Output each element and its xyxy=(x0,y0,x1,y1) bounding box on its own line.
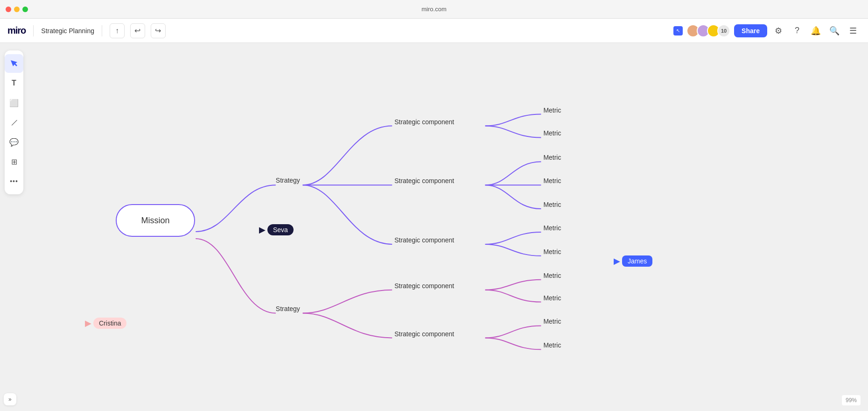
line-tool[interactable]: — xyxy=(5,113,23,132)
miro-logo: miro xyxy=(7,25,26,36)
canvas[interactable]: Strategy Strategy Strategic component St… xyxy=(0,43,868,411)
board-title[interactable]: Strategic Planning xyxy=(41,27,94,35)
title-bar: miro.com xyxy=(0,0,868,19)
svg-text:Metric: Metric xyxy=(543,201,561,208)
settings-icon[interactable]: ⚙ xyxy=(771,23,786,38)
toolbar-right: ↖ 10 Share ⚙ ? 🔔 🔍 ☰ xyxy=(673,23,861,38)
share-button[interactable]: Share xyxy=(734,24,767,37)
redo-button[interactable]: ↪ xyxy=(151,23,166,38)
text-tool[interactable]: T xyxy=(5,74,23,92)
export-button[interactable]: ↑ xyxy=(110,23,125,38)
svg-text:Metric: Metric xyxy=(543,154,561,161)
svg-text:Metric: Metric xyxy=(543,318,561,325)
svg-text:Metric: Metric xyxy=(543,129,561,137)
minimize-button[interactable] xyxy=(14,7,20,12)
zoom-level: 99% xyxy=(846,397,857,404)
mission-label: Mission xyxy=(141,216,169,226)
svg-text:Strategy: Strategy xyxy=(276,177,300,184)
zoom-indicator: 99% xyxy=(842,395,861,405)
more-tools[interactable]: ••• xyxy=(5,172,23,191)
select-tool[interactable] xyxy=(5,54,23,73)
avatar-count: 10 xyxy=(717,24,730,37)
left-sidebar: T ⬜ — 💬 ⊞ ••• xyxy=(0,43,28,411)
help-icon[interactable]: ? xyxy=(790,23,805,38)
james-cursor: ▶ James xyxy=(614,255,652,267)
undo-button[interactable]: ↩ xyxy=(130,23,145,38)
panel-icon[interactable]: ☰ xyxy=(846,23,861,38)
svg-text:Strategic component: Strategic component xyxy=(394,177,454,184)
follow-cursor-icon[interactable]: ↖ xyxy=(673,26,683,35)
maximize-button[interactable] xyxy=(22,7,28,12)
svg-text:Metric: Metric xyxy=(543,177,561,184)
toolbar-divider2 xyxy=(102,25,102,36)
notifications-icon[interactable]: 🔔 xyxy=(808,23,823,38)
search-icon[interactable]: 🔍 xyxy=(827,23,842,38)
cristina-label: Cristina xyxy=(93,318,126,329)
james-label: James xyxy=(622,255,652,267)
seva-cursor: ▶ Seva xyxy=(259,224,294,235)
toolbar-left: miro Strategic Planning ↑ ↩ ↪ xyxy=(7,23,166,38)
seva-label: Seva xyxy=(267,224,294,235)
cristina-cursor: ▶ Cristina xyxy=(85,318,126,329)
svg-text:Metric: Metric xyxy=(543,272,561,279)
svg-text:Strategic component: Strategic component xyxy=(394,330,454,338)
frame-tool[interactable]: ⊞ xyxy=(5,152,23,171)
collaborator-avatars: 10 xyxy=(686,24,730,37)
svg-text:Strategic component: Strategic component xyxy=(394,282,454,290)
main-toolbar: miro Strategic Planning ↑ ↩ ↪ ↖ 10 Share… xyxy=(0,19,868,43)
svg-text:Metric: Metric xyxy=(543,294,561,302)
toolbar-divider xyxy=(33,25,34,36)
sticky-tool[interactable]: ⬜ xyxy=(5,93,23,112)
svg-text:Strategic component: Strategic component xyxy=(394,236,454,244)
tools-panel: T ⬜ — 💬 ⊞ ••• xyxy=(5,50,23,194)
svg-text:Metric: Metric xyxy=(543,341,561,349)
page-title: miro.com xyxy=(421,6,446,13)
svg-text:Metric: Metric xyxy=(543,106,561,114)
comment-tool[interactable]: 💬 xyxy=(5,133,23,151)
svg-text:Metric: Metric xyxy=(543,224,561,232)
window-controls xyxy=(6,7,28,12)
svg-text:Metric: Metric xyxy=(543,248,561,255)
mission-node[interactable]: Mission xyxy=(116,204,195,237)
svg-text:Strategy: Strategy xyxy=(276,305,300,312)
svg-text:Strategic component: Strategic component xyxy=(394,118,454,126)
close-button[interactable] xyxy=(6,7,11,12)
